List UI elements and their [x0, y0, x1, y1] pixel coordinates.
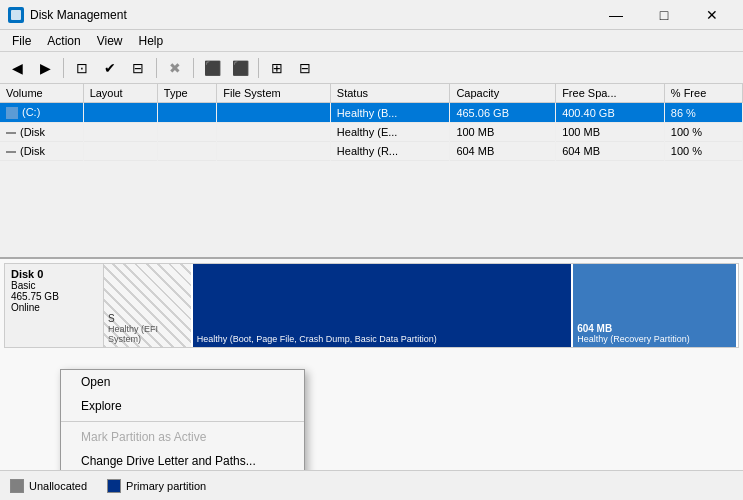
toolbar-btn-4[interactable]: ✔ — [97, 56, 123, 80]
table-row[interactable]: (Disk Healthy (R... 604 MB 604 MB 100 % — [0, 142, 743, 161]
window-title: Disk Management — [30, 8, 127, 22]
context-menu: Open Explore Mark Partition as Active Ch… — [60, 369, 305, 470]
cell-cap-0: 465.06 GB — [450, 103, 556, 123]
legend-primary-box — [107, 479, 121, 493]
toolbar-btn-delete: ✖ — [162, 56, 188, 80]
partition-recovery-label: Healthy (Recovery Partition) — [577, 334, 732, 344]
col-pct: % Free — [664, 84, 742, 103]
toolbar-btn-3[interactable]: ⊡ — [69, 56, 95, 80]
partition-recovery-size: 604 MB — [577, 323, 732, 334]
cell-fs-2 — [217, 142, 331, 161]
cell-free-2: 604 MB — [556, 142, 665, 161]
close-button[interactable]: ✕ — [689, 0, 735, 30]
col-capacity: Capacity — [450, 84, 556, 103]
ctx-open[interactable]: Open — [61, 370, 304, 394]
main-content: Volume Layout Type File System Status Ca… — [0, 84, 743, 500]
toolbar-sep-3 — [193, 58, 194, 78]
toolbar-btn-5[interactable]: ⊟ — [125, 56, 151, 80]
disk-row-0: Disk 0 Basic 465.75 GB Online S Healthy … — [4, 263, 739, 348]
cell-volume-2: (Disk — [0, 142, 83, 161]
col-free: Free Spa... — [556, 84, 665, 103]
toolbar-btn-8[interactable]: ⬛ — [227, 56, 253, 80]
partition-recovery[interactable]: 604 MB Healthy (Recovery Partition) — [573, 264, 738, 347]
disk-label-0: Disk 0 Basic 465.75 GB Online — [4, 263, 104, 348]
partition-system[interactable]: S Healthy (EFI System) — [104, 264, 193, 347]
cell-volume-0: (C:) — [0, 103, 83, 123]
legend-bar: Unallocated Primary partition — [0, 470, 743, 500]
toolbar: ◀ ▶ ⊡ ✔ ⊟ ✖ ⬛ ⬛ ⊞ ⊟ — [0, 52, 743, 84]
cell-type-1 — [157, 123, 216, 142]
cell-type-2 — [157, 142, 216, 161]
cell-type-0 — [157, 103, 216, 123]
menu-bar: File Action View Help — [0, 30, 743, 52]
disk-type: Basic — [11, 280, 97, 291]
app-icon — [8, 7, 24, 23]
maximize-button[interactable]: □ — [641, 0, 687, 30]
cell-layout-0 — [83, 103, 157, 123]
ctx-explore[interactable]: Explore — [61, 394, 304, 418]
cell-status-2: Healthy (R... — [330, 142, 450, 161]
col-status: Status — [330, 84, 450, 103]
cell-layout-2 — [83, 142, 157, 161]
cell-status-1: Healthy (E... — [330, 123, 450, 142]
cell-free-1: 100 MB — [556, 123, 665, 142]
disk-area: Disk 0 Basic 465.75 GB Online S Healthy … — [0, 259, 743, 470]
disk-partitions: S Healthy (EFI System) Healthy (Boot, Pa… — [104, 263, 739, 348]
menu-action[interactable]: Action — [39, 32, 88, 50]
menu-help[interactable]: Help — [131, 32, 172, 50]
table-row[interactable]: (Disk Healthy (E... 100 MB 100 MB 100 % — [0, 123, 743, 142]
col-type: Type — [157, 84, 216, 103]
toolbar-sep-4 — [258, 58, 259, 78]
disk-name: Disk 0 — [11, 268, 97, 280]
cell-pct-1: 100 % — [664, 123, 742, 142]
legend-unallocated-label: Unallocated — [29, 480, 87, 492]
toolbar-sep-2 — [156, 58, 157, 78]
col-layout: Layout — [83, 84, 157, 103]
window-controls: — □ ✕ — [593, 0, 735, 30]
legend-unallocated: Unallocated — [10, 479, 87, 493]
cell-cap-1: 100 MB — [450, 123, 556, 142]
legend-unallocated-box — [10, 479, 24, 493]
legend-primary: Primary partition — [107, 479, 206, 493]
cell-fs-1 — [217, 123, 331, 142]
cell-pct-2: 100 % — [664, 142, 742, 161]
toolbar-sep-1 — [63, 58, 64, 78]
menu-file[interactable]: File — [4, 32, 39, 50]
toolbar-btn-7[interactable]: ⬛ — [199, 56, 225, 80]
menu-view[interactable]: View — [89, 32, 131, 50]
cell-volume-1: (Disk — [0, 123, 83, 142]
title-bar: Disk Management — □ ✕ — [0, 0, 743, 30]
cell-fs-0 — [217, 103, 331, 123]
volume-table: Volume Layout Type File System Status Ca… — [0, 84, 743, 161]
ctx-change-letter[interactable]: Change Drive Letter and Paths... — [61, 449, 304, 470]
cell-layout-1 — [83, 123, 157, 142]
disk-size: 465.75 GB — [11, 291, 97, 302]
partition-system-label: S — [108, 313, 187, 324]
back-button[interactable]: ◀ — [4, 56, 30, 80]
partition-main-label: Healthy (Boot, Page File, Crash Dump, Ba… — [197, 334, 567, 344]
toolbar-btn-10[interactable]: ⊟ — [292, 56, 318, 80]
col-fs: File System — [217, 84, 331, 103]
cell-pct-0: 86 % — [664, 103, 742, 123]
table-row[interactable]: (C:) Healthy (B... 465.06 GB 400.40 GB 8… — [0, 103, 743, 123]
legend-primary-label: Primary partition — [126, 480, 206, 492]
forward-button[interactable]: ▶ — [32, 56, 58, 80]
svg-rect-0 — [11, 10, 21, 20]
col-volume: Volume — [0, 84, 83, 103]
table-area: Volume Layout Type File System Status Ca… — [0, 84, 743, 259]
minimize-button[interactable]: — — [593, 0, 639, 30]
cell-cap-2: 604 MB — [450, 142, 556, 161]
disk-online-status: Online — [11, 302, 97, 313]
partition-main[interactable]: Healthy (Boot, Page File, Crash Dump, Ba… — [193, 264, 573, 347]
toolbar-btn-9[interactable]: ⊞ — [264, 56, 290, 80]
ctx-sep-1 — [61, 421, 304, 422]
cell-free-0: 400.40 GB — [556, 103, 665, 123]
cell-status-0: Healthy (B... — [330, 103, 450, 123]
partition-system-sublabel: Healthy (EFI System) — [108, 324, 187, 344]
ctx-mark-active: Mark Partition as Active — [61, 425, 304, 449]
